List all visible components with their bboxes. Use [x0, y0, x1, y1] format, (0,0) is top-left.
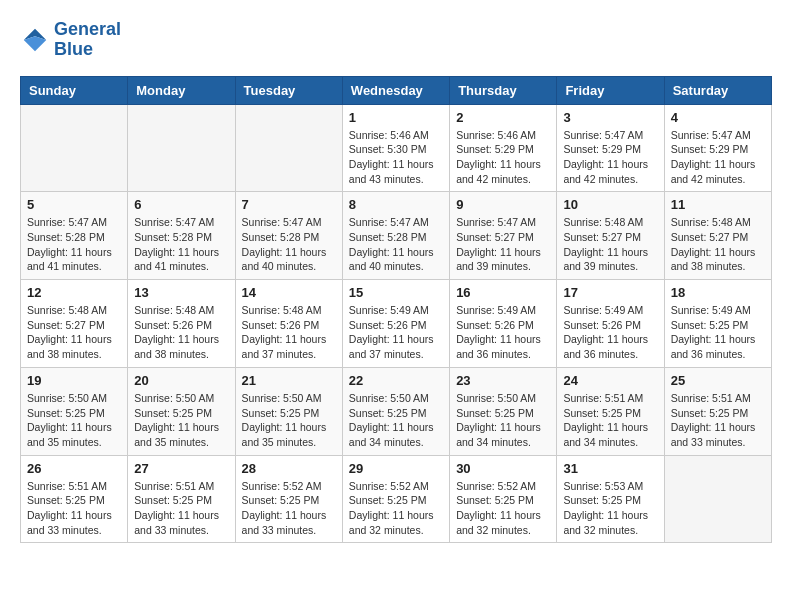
calendar-cell — [21, 104, 128, 192]
day-number: 14 — [242, 285, 336, 300]
calendar-cell: 10Sunrise: 5:48 AM Sunset: 5:27 PM Dayli… — [557, 192, 664, 280]
day-info: Sunrise: 5:46 AM Sunset: 5:30 PM Dayligh… — [349, 128, 443, 187]
day-info: Sunrise: 5:49 AM Sunset: 5:25 PM Dayligh… — [671, 303, 765, 362]
calendar-week-5: 26Sunrise: 5:51 AM Sunset: 5:25 PM Dayli… — [21, 455, 772, 543]
calendar-week-1: 1Sunrise: 5:46 AM Sunset: 5:30 PM Daylig… — [21, 104, 772, 192]
calendar-cell: 24Sunrise: 5:51 AM Sunset: 5:25 PM Dayli… — [557, 367, 664, 455]
weekday-header-saturday: Saturday — [664, 76, 771, 104]
calendar-cell: 6Sunrise: 5:47 AM Sunset: 5:28 PM Daylig… — [128, 192, 235, 280]
calendar-cell — [128, 104, 235, 192]
calendar-cell: 27Sunrise: 5:51 AM Sunset: 5:25 PM Dayli… — [128, 455, 235, 543]
day-number: 26 — [27, 461, 121, 476]
day-number: 13 — [134, 285, 228, 300]
day-number: 12 — [27, 285, 121, 300]
day-info: Sunrise: 5:47 AM Sunset: 5:29 PM Dayligh… — [671, 128, 765, 187]
calendar-cell: 29Sunrise: 5:52 AM Sunset: 5:25 PM Dayli… — [342, 455, 449, 543]
calendar-cell: 14Sunrise: 5:48 AM Sunset: 5:26 PM Dayli… — [235, 280, 342, 368]
day-number: 8 — [349, 197, 443, 212]
calendar-cell: 2Sunrise: 5:46 AM Sunset: 5:29 PM Daylig… — [450, 104, 557, 192]
day-number: 18 — [671, 285, 765, 300]
weekday-header-friday: Friday — [557, 76, 664, 104]
calendar-cell: 4Sunrise: 5:47 AM Sunset: 5:29 PM Daylig… — [664, 104, 771, 192]
calendar-cell: 16Sunrise: 5:49 AM Sunset: 5:26 PM Dayli… — [450, 280, 557, 368]
day-info: Sunrise: 5:49 AM Sunset: 5:26 PM Dayligh… — [456, 303, 550, 362]
calendar-cell: 20Sunrise: 5:50 AM Sunset: 5:25 PM Dayli… — [128, 367, 235, 455]
weekday-header-monday: Monday — [128, 76, 235, 104]
calendar-cell: 17Sunrise: 5:49 AM Sunset: 5:26 PM Dayli… — [557, 280, 664, 368]
calendar-cell: 21Sunrise: 5:50 AM Sunset: 5:25 PM Dayli… — [235, 367, 342, 455]
calendar-cell — [664, 455, 771, 543]
day-info: Sunrise: 5:48 AM Sunset: 5:26 PM Dayligh… — [242, 303, 336, 362]
day-number: 23 — [456, 373, 550, 388]
day-number: 17 — [563, 285, 657, 300]
day-info: Sunrise: 5:47 AM Sunset: 5:29 PM Dayligh… — [563, 128, 657, 187]
day-number: 24 — [563, 373, 657, 388]
day-info: Sunrise: 5:50 AM Sunset: 5:25 PM Dayligh… — [456, 391, 550, 450]
day-number: 1 — [349, 110, 443, 125]
day-info: Sunrise: 5:51 AM Sunset: 5:25 PM Dayligh… — [134, 479, 228, 538]
day-info: Sunrise: 5:47 AM Sunset: 5:28 PM Dayligh… — [27, 215, 121, 274]
calendar-table: SundayMondayTuesdayWednesdayThursdayFrid… — [20, 76, 772, 544]
calendar-cell: 3Sunrise: 5:47 AM Sunset: 5:29 PM Daylig… — [557, 104, 664, 192]
day-number: 29 — [349, 461, 443, 476]
weekday-header-sunday: Sunday — [21, 76, 128, 104]
logo: General Blue — [20, 20, 121, 60]
calendar-cell: 15Sunrise: 5:49 AM Sunset: 5:26 PM Dayli… — [342, 280, 449, 368]
day-info: Sunrise: 5:49 AM Sunset: 5:26 PM Dayligh… — [563, 303, 657, 362]
calendar-cell: 28Sunrise: 5:52 AM Sunset: 5:25 PM Dayli… — [235, 455, 342, 543]
day-info: Sunrise: 5:53 AM Sunset: 5:25 PM Dayligh… — [563, 479, 657, 538]
weekday-header-tuesday: Tuesday — [235, 76, 342, 104]
calendar-cell: 11Sunrise: 5:48 AM Sunset: 5:27 PM Dayli… — [664, 192, 771, 280]
day-number: 25 — [671, 373, 765, 388]
day-info: Sunrise: 5:52 AM Sunset: 5:25 PM Dayligh… — [242, 479, 336, 538]
day-number: 21 — [242, 373, 336, 388]
day-info: Sunrise: 5:48 AM Sunset: 5:27 PM Dayligh… — [671, 215, 765, 274]
day-info: Sunrise: 5:46 AM Sunset: 5:29 PM Dayligh… — [456, 128, 550, 187]
day-info: Sunrise: 5:47 AM Sunset: 5:28 PM Dayligh… — [349, 215, 443, 274]
calendar-cell — [235, 104, 342, 192]
calendar-cell: 22Sunrise: 5:50 AM Sunset: 5:25 PM Dayli… — [342, 367, 449, 455]
calendar-cell: 30Sunrise: 5:52 AM Sunset: 5:25 PM Dayli… — [450, 455, 557, 543]
day-info: Sunrise: 5:47 AM Sunset: 5:28 PM Dayligh… — [134, 215, 228, 274]
calendar-cell: 31Sunrise: 5:53 AM Sunset: 5:25 PM Dayli… — [557, 455, 664, 543]
day-number: 4 — [671, 110, 765, 125]
calendar-cell: 12Sunrise: 5:48 AM Sunset: 5:27 PM Dayli… — [21, 280, 128, 368]
weekday-header-thursday: Thursday — [450, 76, 557, 104]
day-number: 9 — [456, 197, 550, 212]
day-info: Sunrise: 5:48 AM Sunset: 5:26 PM Dayligh… — [134, 303, 228, 362]
day-number: 3 — [563, 110, 657, 125]
day-info: Sunrise: 5:49 AM Sunset: 5:26 PM Dayligh… — [349, 303, 443, 362]
calendar-week-2: 5Sunrise: 5:47 AM Sunset: 5:28 PM Daylig… — [21, 192, 772, 280]
day-info: Sunrise: 5:50 AM Sunset: 5:25 PM Dayligh… — [27, 391, 121, 450]
calendar-cell: 13Sunrise: 5:48 AM Sunset: 5:26 PM Dayli… — [128, 280, 235, 368]
calendar-cell: 1Sunrise: 5:46 AM Sunset: 5:30 PM Daylig… — [342, 104, 449, 192]
day-number: 15 — [349, 285, 443, 300]
day-info: Sunrise: 5:51 AM Sunset: 5:25 PM Dayligh… — [27, 479, 121, 538]
day-info: Sunrise: 5:51 AM Sunset: 5:25 PM Dayligh… — [671, 391, 765, 450]
day-info: Sunrise: 5:51 AM Sunset: 5:25 PM Dayligh… — [563, 391, 657, 450]
day-number: 5 — [27, 197, 121, 212]
calendar-cell: 25Sunrise: 5:51 AM Sunset: 5:25 PM Dayli… — [664, 367, 771, 455]
day-number: 28 — [242, 461, 336, 476]
calendar-cell: 26Sunrise: 5:51 AM Sunset: 5:25 PM Dayli… — [21, 455, 128, 543]
day-info: Sunrise: 5:48 AM Sunset: 5:27 PM Dayligh… — [27, 303, 121, 362]
day-number: 30 — [456, 461, 550, 476]
logo-icon — [20, 25, 50, 55]
day-info: Sunrise: 5:52 AM Sunset: 5:25 PM Dayligh… — [349, 479, 443, 538]
day-number: 20 — [134, 373, 228, 388]
day-info: Sunrise: 5:47 AM Sunset: 5:27 PM Dayligh… — [456, 215, 550, 274]
day-number: 7 — [242, 197, 336, 212]
logo-text: General Blue — [54, 20, 121, 60]
day-number: 10 — [563, 197, 657, 212]
day-number: 27 — [134, 461, 228, 476]
day-number: 6 — [134, 197, 228, 212]
calendar-week-3: 12Sunrise: 5:48 AM Sunset: 5:27 PM Dayli… — [21, 280, 772, 368]
day-number: 16 — [456, 285, 550, 300]
day-info: Sunrise: 5:50 AM Sunset: 5:25 PM Dayligh… — [134, 391, 228, 450]
day-number: 11 — [671, 197, 765, 212]
day-number: 22 — [349, 373, 443, 388]
day-info: Sunrise: 5:50 AM Sunset: 5:25 PM Dayligh… — [349, 391, 443, 450]
day-number: 2 — [456, 110, 550, 125]
day-number: 19 — [27, 373, 121, 388]
calendar-week-4: 19Sunrise: 5:50 AM Sunset: 5:25 PM Dayli… — [21, 367, 772, 455]
